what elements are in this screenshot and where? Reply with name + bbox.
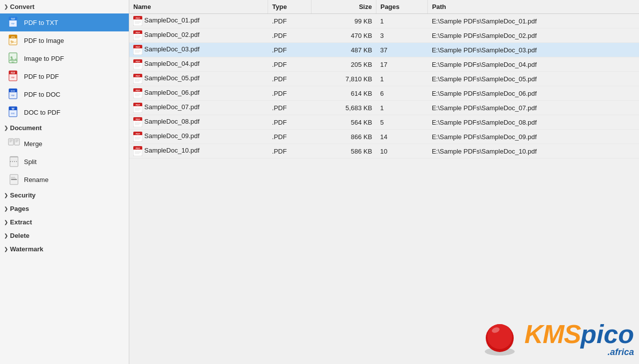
cell-name: PDF SampleDoc_07.pdf: [129, 101, 268, 115]
svg-text:PDF: PDF: [136, 147, 140, 150]
image-to-pdf-icon: IMG: [8, 52, 20, 64]
cell-path: E:\Sample PDFs\SampleDoc_09.pdf: [428, 130, 639, 144]
svg-point-116: [487, 324, 512, 349]
cell-name: PDF SampleDoc_04.pdf: [129, 57, 268, 72]
cell-pages: 14: [376, 130, 427, 144]
col-type[interactable]: Type: [268, 0, 312, 14]
svg-rect-40: [11, 179, 17, 180]
merge-label: Merge: [24, 140, 42, 148]
svg-point-117: [491, 327, 500, 334]
svg-rect-41: [11, 177, 15, 178]
merge-icon: [8, 138, 20, 150]
pdf-to-pdf-icon: PDF PDF: [8, 70, 20, 82]
cell-path: E:\Sample PDFs\SampleDoc_04.pdf: [428, 57, 639, 72]
cell-path: E:\Sample PDFs\SampleDoc_10.pdf: [428, 144, 639, 159]
sidebar-item-pdf-to-pdf[interactable]: PDF PDF PDF to PDF: [0, 67, 129, 85]
pdf-to-doc-label: PDF to DOC: [24, 91, 60, 98]
cell-type: .PDF: [268, 86, 312, 101]
table-row[interactable]: PDF SampleDoc_05.pdf .PDF 7,810 KB 1 E:\…: [129, 72, 639, 86]
watermark-chevron: ❯: [4, 246, 8, 252]
cell-size: 205 KB: [312, 57, 376, 72]
col-name[interactable]: Name: [129, 0, 268, 14]
cell-size: 470 KB: [312, 28, 376, 43]
sidebar-item-image-to-pdf[interactable]: IMG Image to PDF: [0, 49, 129, 67]
cell-path: E:\Sample PDFs\SampleDoc_07.pdf: [428, 101, 639, 115]
cell-name: PDF SampleDoc_01.pdf: [129, 14, 268, 28]
table-row[interactable]: PDF SampleDoc_04.pdf .PDF 205 KB 17 E:\S…: [129, 57, 639, 72]
doc-to-pdf-label: DOC to PDF: [24, 109, 60, 116]
cell-pages: 10: [376, 144, 427, 159]
svg-text:PDF: PDF: [136, 31, 140, 34]
cell-size: 866 KB: [312, 130, 376, 144]
image-to-pdf-label: Image to PDF: [24, 55, 64, 62]
cell-type: .PDF: [268, 72, 312, 86]
svg-rect-26: [9, 140, 12, 140]
split-icon: [8, 156, 20, 168]
col-size[interactable]: Size: [312, 0, 376, 14]
table-row[interactable]: PDF SampleDoc_01.pdf .PDF 99 KB 1 E:\Sam…: [129, 14, 639, 28]
extract-section-header[interactable]: ❯ Extract: [0, 215, 129, 229]
svg-text:PDF: PDF: [11, 95, 15, 97]
cell-name: PDF SampleDoc_08.pdf: [129, 115, 268, 130]
sidebar-item-pdf-to-doc[interactable]: DOC PDF PDF to DOC: [0, 85, 129, 103]
cell-pages: 3: [376, 28, 427, 43]
pages-label: Pages: [10, 205, 29, 212]
svg-rect-35: [10, 157, 18, 158]
cell-name: PDF SampleDoc_10.pdf: [129, 144, 268, 159]
cell-pages: 17: [376, 57, 427, 72]
sidebar-item-doc-to-pdf[interactable]: W DOC DOC to PDF: [0, 103, 129, 121]
table-row[interactable]: PDF SampleDoc_06.pdf .PDF 614 KB 6 E:\Sa…: [129, 86, 639, 101]
watermark-section-header[interactable]: ❯ Watermark: [0, 242, 129, 256]
table-row[interactable]: PDF SampleDoc_02.pdf .PDF 470 KB 3 E:\Sa…: [129, 28, 639, 43]
pages-section-header[interactable]: ❯ Pages: [0, 202, 129, 215]
table-row[interactable]: PDF SampleDoc_07.pdf .PDF 5,683 KB 1 E:\…: [129, 101, 639, 115]
file-table-wrapper[interactable]: Name Type Size Pages Path PDF SampleDoc_…: [129, 0, 639, 177]
cell-size: 7,810 KB: [312, 72, 376, 86]
svg-rect-31: [15, 141, 18, 141]
table-row[interactable]: PDF SampleDoc_09.pdf .PDF 866 KB 14 E:\S…: [129, 130, 639, 144]
svg-rect-28: [9, 142, 11, 142]
cell-size: 99 KB: [312, 14, 376, 28]
file-table: Name Type Size Pages Path PDF SampleDoc_…: [129, 0, 639, 159]
extract-chevron: ❯: [4, 219, 8, 225]
cell-pages: 6: [376, 86, 427, 101]
document-section-header[interactable]: ❯ Document: [0, 121, 129, 135]
svg-rect-27: [9, 141, 12, 141]
svg-text:PDF: PDF: [136, 118, 140, 121]
pdf-to-image-label: PDF to Image: [24, 37, 64, 44]
sidebar-item-split[interactable]: Split: [0, 153, 129, 171]
security-chevron: ❯: [4, 192, 8, 198]
cell-pages: 37: [376, 43, 427, 57]
sidebar: ❯ Convert TXT PDF PDF to TXT JPG: [0, 0, 129, 364]
svg-rect-38: [10, 161, 18, 161]
delete-chevron: ❯: [4, 233, 8, 238]
rename-label: Rename: [24, 176, 48, 183]
convert-section-header[interactable]: ❯ Convert: [0, 0, 129, 13]
sidebar-item-pdf-to-txt[interactable]: TXT PDF PDF to TXT: [0, 13, 129, 31]
cell-size: 5,683 KB: [312, 101, 376, 115]
extract-label: Extract: [10, 218, 32, 226]
svg-text:W: W: [11, 107, 14, 110]
cell-name: PDF SampleDoc_02.pdf: [129, 28, 268, 43]
delete-section-header[interactable]: ❯ Delete: [0, 229, 129, 242]
table-row[interactable]: PDF SampleDoc_08.pdf .PDF 564 KB 5 E:\Sa…: [129, 115, 639, 130]
col-pages[interactable]: Pages: [376, 0, 427, 14]
col-path[interactable]: Path: [428, 0, 639, 14]
pages-chevron: ❯: [4, 206, 8, 211]
sidebar-item-pdf-to-image[interactable]: JPG PDF to Image: [0, 31, 129, 49]
sidebar-item-merge[interactable]: Merge: [0, 135, 129, 153]
security-section-header[interactable]: ❯ Security: [0, 188, 129, 202]
svg-text:PDF: PDF: [136, 17, 140, 19]
svg-point-113: [485, 348, 515, 356]
sidebar-item-rename[interactable]: Rename: [0, 171, 129, 188]
pdf-to-image-icon: JPG: [8, 34, 20, 46]
security-label: Security: [10, 191, 35, 199]
cell-path: E:\Sample PDFs\SampleDoc_03.pdf: [428, 43, 639, 57]
cell-name: PDF SampleDoc_09.pdf: [129, 130, 268, 144]
table-row[interactable]: PDF SampleDoc_10.pdf .PDF 586 KB 10 E:\S…: [129, 144, 639, 159]
table-row[interactable]: PDF SampleDoc_03.pdf .PDF 487 KB 37 E:\S…: [129, 43, 639, 57]
svg-text:JPG: JPG: [11, 36, 15, 38]
convert-chevron: ❯: [4, 4, 8, 9]
convert-label: Convert: [10, 3, 34, 10]
svg-text:DOC: DOC: [11, 90, 15, 92]
